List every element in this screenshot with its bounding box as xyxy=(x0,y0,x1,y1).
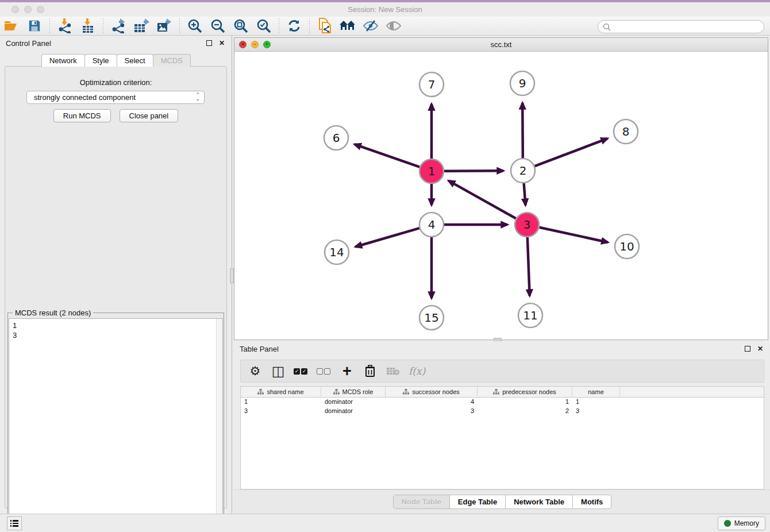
edge-2-9[interactable] xyxy=(522,103,523,158)
network-graph-canvas[interactable]: 7968124314101511 xyxy=(234,52,768,340)
tab-select[interactable]: Select xyxy=(117,54,153,67)
column-header-shared-name[interactable]: shared name xyxy=(241,387,321,397)
column-header-mcds-role[interactable]: MCDS role xyxy=(321,387,386,397)
cell-name[interactable]: 3 xyxy=(572,407,620,416)
unchecked-checkbox-icon xyxy=(324,368,330,375)
graph-node-7[interactable]: 7 xyxy=(419,72,444,97)
cell-predecessor-nodes[interactable]: 1 xyxy=(478,398,572,407)
add-row-button[interactable]: + xyxy=(340,363,355,380)
hide-selected-button[interactable] xyxy=(362,18,379,34)
tab-style[interactable]: Style xyxy=(84,54,117,67)
edge-3-11[interactable] xyxy=(528,237,530,296)
save-session-button[interactable] xyxy=(26,18,43,34)
node-label: 15 xyxy=(424,311,438,325)
zoom-fit-button[interactable] xyxy=(232,18,249,34)
zoom-out-button[interactable] xyxy=(209,18,226,34)
splitter-grip[interactable] xyxy=(230,268,234,283)
delete-row-button[interactable] xyxy=(363,363,378,380)
import-network-button[interactable] xyxy=(56,18,74,34)
export-table-button[interactable] xyxy=(133,18,150,34)
cell-shared-name[interactable]: 1 xyxy=(241,398,321,407)
edge-1-6[interactable] xyxy=(355,144,419,167)
zoom-out-icon xyxy=(210,18,225,33)
show-all-button[interactable] xyxy=(385,18,402,34)
graph-node-1[interactable]: 1 xyxy=(419,159,444,183)
column-header-predecessor-nodes[interactable]: predecessor nodes xyxy=(478,387,572,397)
fx-icon: f(x) xyxy=(409,365,425,377)
zoom-in-button[interactable] xyxy=(186,18,203,34)
edge-4-14[interactable] xyxy=(356,228,419,246)
graph-node-3[interactable]: 3 xyxy=(515,213,539,237)
graph-node-11[interactable]: 11 xyxy=(518,303,542,327)
graph-node-8[interactable]: 8 xyxy=(614,119,638,144)
graph-node-2[interactable]: 2 xyxy=(511,159,535,183)
run-mcds-button[interactable]: Run MCDS xyxy=(53,109,111,122)
cell-successor-nodes[interactable]: 4 xyxy=(386,398,478,407)
tab-mcds[interactable]: MCDS xyxy=(153,54,191,67)
table-row[interactable]: 3 dominator 3 2 3 xyxy=(241,407,764,416)
function-builder-button[interactable]: f(x) xyxy=(409,363,425,380)
criterion-dropdown[interactable]: strongly connected component ⌃⌄ xyxy=(26,91,205,104)
tab-edge-table[interactable]: Edge Table xyxy=(449,495,506,509)
clone-network-button[interactable] xyxy=(316,18,333,34)
network-window-titlebar[interactable]: ✕ − + scc.txt xyxy=(234,38,768,52)
column-header-successor-nodes[interactable]: successor nodes xyxy=(386,387,478,397)
tab-network-table[interactable]: Network Table xyxy=(505,495,573,509)
close-table-panel-button[interactable]: ✕ xyxy=(756,345,764,353)
tab-network[interactable]: Network xyxy=(41,54,85,67)
task-history-button[interactable] xyxy=(7,516,22,530)
export-network-button[interactable] xyxy=(110,18,127,34)
column-header-name[interactable]: name xyxy=(572,387,620,397)
cell-mcds-role[interactable]: dominator xyxy=(321,407,386,416)
gear-icon: ⚙ xyxy=(250,364,261,378)
edge-3-10[interactable] xyxy=(539,228,607,242)
edge-2-3[interactable] xyxy=(524,183,526,205)
cell-predecessor-nodes[interactable]: 2 xyxy=(478,407,572,416)
tab-motifs[interactable]: Motifs xyxy=(572,495,611,509)
mcds-result-groupbox: MCDS result (2 nodes) 1 3 xyxy=(7,313,224,528)
first-neighbors-button[interactable] xyxy=(339,18,356,34)
delete-table-button[interactable] xyxy=(386,363,401,380)
delete-table-icon xyxy=(386,367,400,376)
edge-2-8[interactable] xyxy=(535,138,608,166)
eye-slash-icon xyxy=(363,20,379,32)
edge-1-2[interactable] xyxy=(444,171,503,171)
show-columns-button[interactable]: ◫ xyxy=(271,363,286,380)
graph-node-15[interactable]: 15 xyxy=(419,306,444,330)
cell-name[interactable]: 1 xyxy=(572,398,620,407)
import-table-button[interactable] xyxy=(79,18,97,34)
table-header-row: shared name MCDS role successor nodes pr… xyxy=(241,387,764,398)
export-image-button[interactable] xyxy=(156,18,173,34)
graph-node-4[interactable]: 4 xyxy=(419,213,444,237)
tab-node-table[interactable]: Node Table xyxy=(393,495,450,509)
table-settings-button[interactable]: ⚙ xyxy=(248,363,263,380)
mcds-result-textarea[interactable]: 1 3 xyxy=(9,318,223,527)
deselect-all-button[interactable] xyxy=(317,363,332,380)
graph-node-9[interactable]: 9 xyxy=(510,71,534,95)
table-row[interactable]: 1 dominator 4 1 1 xyxy=(241,398,764,407)
cell-successor-nodes[interactable]: 3 xyxy=(386,407,478,416)
memory-button[interactable]: Memory xyxy=(718,516,765,530)
close-panel-button-2[interactable]: Close panel xyxy=(120,109,179,122)
zoom-selected-button[interactable] xyxy=(255,18,272,34)
refresh-network-button[interactable] xyxy=(286,18,303,34)
open-folder-icon xyxy=(4,20,19,32)
export-network-icon xyxy=(111,18,126,33)
float-table-panel-button[interactable] xyxy=(744,345,752,353)
attribute-icon xyxy=(493,389,499,395)
search-input[interactable] xyxy=(613,21,764,33)
column-label: shared name xyxy=(267,388,303,395)
graph-node-10[interactable]: 10 xyxy=(615,234,639,259)
zoom-fit-icon xyxy=(233,18,248,33)
mcds-scrollbar[interactable] xyxy=(216,319,222,526)
float-panel-button[interactable] xyxy=(205,39,213,47)
select-all-button[interactable]: ✓ ✓ xyxy=(294,363,309,380)
close-panel-button[interactable]: ✕ xyxy=(218,39,226,47)
cell-mcds-role[interactable]: dominator xyxy=(321,398,386,407)
cell-shared-name[interactable]: 3 xyxy=(241,407,321,416)
open-session-button[interactable] xyxy=(3,18,20,34)
edge-3-1[interactable] xyxy=(449,181,516,219)
search-box[interactable] xyxy=(598,20,764,33)
graph-node-6[interactable]: 6 xyxy=(324,126,348,150)
graph-node-14[interactable]: 14 xyxy=(325,240,349,264)
